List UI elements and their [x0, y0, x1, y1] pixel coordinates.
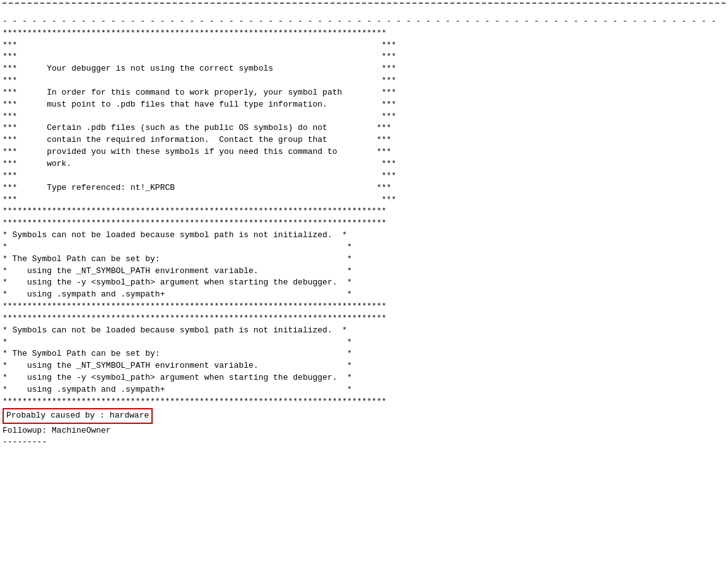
dashed-border-top: - - - - - - - - - - - - - - - - - - - - …	[3, 16, 716, 26]
symbols-cannot-load-1: * Symbols can not be loaded because symb…	[3, 230, 347, 240]
followup-label: Followup:	[3, 426, 47, 435]
debugger-warning-4: *** Type referenced: nt!_KPRCB ***	[3, 183, 391, 192]
debugger-warning-3d: *** work. ***	[3, 159, 396, 168]
console-text: - - - - - - - - - - - - - - - - - - - - …	[3, 4, 725, 408]
symbol-path-2a: * using the _NT_SYMBOL_PATH environment …	[3, 361, 352, 370]
star-border-1: ****************************************…	[3, 28, 387, 38]
probably-caused-section: Probably caused by : hardware	[3, 408, 725, 424]
star-border-4: ****************************************…	[3, 302, 387, 311]
symbol-path-header-2: * The Symbol Path can be set by: *	[3, 349, 352, 358]
debugger-warning-3b: *** contain the required information. Co…	[3, 135, 391, 144]
symbol-path-1c: * using .sympath and .sympath+ *	[3, 290, 352, 299]
probably-caused-text: Probably caused by : hardware	[3, 408, 153, 424]
star-border-2: ****************************************…	[3, 206, 387, 216]
star-blank-2: *** ***	[3, 52, 396, 61]
star-border-6: ****************************************…	[3, 397, 387, 406]
followup-line: Followup: MachineOwner	[3, 425, 725, 437]
symbol-path-2c: * using .sympath and .sympath+ *	[3, 385, 352, 394]
symbols-cannot-load-2: * Symbols can not be loaded because symb…	[3, 325, 347, 335]
star-border-5: ****************************************…	[3, 313, 387, 323]
star-blank-1: *** ***	[3, 40, 396, 50]
debugger-warning-3a: *** Certain .pdb files (such as the publ…	[3, 123, 391, 132]
debugger-warning-2b: *** must point to .pdb files that have f…	[3, 100, 396, 109]
debugger-warning-2a: *** In order for this command to work pr…	[3, 88, 396, 97]
debugger-warning-1: *** Your debugger is not using the corre…	[3, 64, 396, 73]
star-blank-4: *** ***	[3, 112, 396, 121]
symbol-path-1b: * using the -y <symbol_path> argument wh…	[3, 278, 352, 287]
symbols-star-1: * *	[3, 242, 352, 252]
followup-value: MachineOwner	[52, 426, 111, 435]
symbol-path-header-1: * The Symbol Path can be set by: *	[3, 254, 352, 264]
followup-dashes: ---------	[3, 436, 725, 448]
console-output: - - - - - - - - - - - - - - - - - - - - …	[3, 3, 725, 448]
star-blank-6: *** ***	[3, 195, 396, 204]
star-blank-5: *** ***	[3, 171, 396, 180]
followup-section: Followup: MachineOwner ---------	[3, 425, 725, 449]
star-blank-3: *** ***	[3, 76, 396, 85]
debugger-warning-3c: *** provided you with these symbols if y…	[3, 147, 391, 156]
symbol-path-2b: * using the -y <symbol_path> argument wh…	[3, 373, 352, 382]
symbols-star-2: * *	[3, 337, 352, 347]
star-border-3: ****************************************…	[3, 218, 387, 228]
symbol-path-1a: * using the _NT_SYMBOL_PATH environment …	[3, 266, 352, 276]
